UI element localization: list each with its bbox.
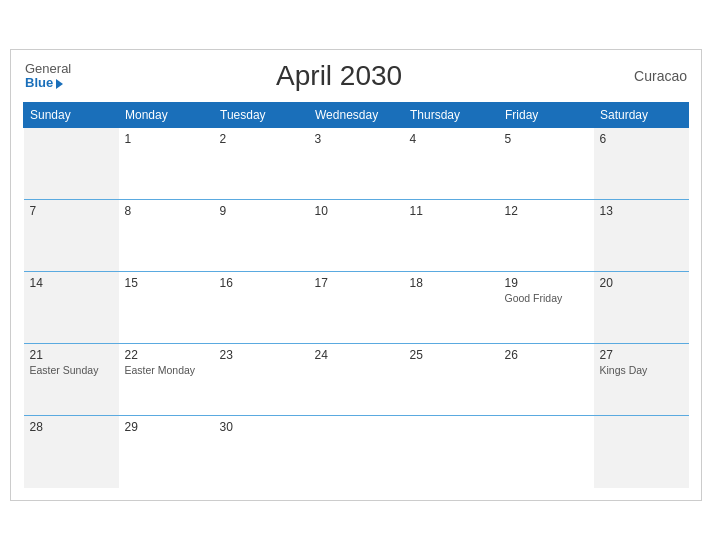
calendar-cell: 11 (404, 200, 499, 272)
calendar-cell: 5 (499, 128, 594, 200)
day-event: Easter Sunday (30, 364, 113, 376)
calendar-cell: 14 (24, 272, 119, 344)
calendar-grid: SundayMondayTuesdayWednesdayThursdayFrid… (23, 102, 689, 488)
calendar-region: Curacao (607, 68, 687, 84)
day-event: Kings Day (600, 364, 683, 376)
calendar-cell (309, 416, 404, 488)
day-number: 23 (220, 348, 303, 362)
calendar-cell: 12 (499, 200, 594, 272)
day-number: 11 (410, 204, 493, 218)
day-number: 28 (30, 420, 113, 434)
day-number: 12 (505, 204, 588, 218)
day-number: 16 (220, 276, 303, 290)
calendar-cell: 7 (24, 200, 119, 272)
day-number: 29 (125, 420, 208, 434)
calendar-cell: 23 (214, 344, 309, 416)
day-number: 5 (505, 132, 588, 146)
calendar-cell: 10 (309, 200, 404, 272)
calendar-cell: 16 (214, 272, 309, 344)
week-row-2: 141516171819Good Friday20 (24, 272, 689, 344)
calendar-cell: 21Easter Sunday (24, 344, 119, 416)
day-number: 24 (315, 348, 398, 362)
week-row-4: 282930 (24, 416, 689, 488)
day-number: 2 (220, 132, 303, 146)
calendar-cell (24, 128, 119, 200)
calendar-cell: 29 (119, 416, 214, 488)
day-number: 6 (600, 132, 683, 146)
calendar-cell: 15 (119, 272, 214, 344)
day-number: 17 (315, 276, 398, 290)
calendar-cell: 20 (594, 272, 689, 344)
calendar-thead: SundayMondayTuesdayWednesdayThursdayFrid… (24, 103, 689, 128)
day-number: 21 (30, 348, 113, 362)
day-number: 7 (30, 204, 113, 218)
calendar-header: General Blue April 2030 Curacao (23, 60, 689, 92)
calendar-cell: 1 (119, 128, 214, 200)
col-header-wednesday: Wednesday (309, 103, 404, 128)
calendar-cell: 3 (309, 128, 404, 200)
calendar-cell: 9 (214, 200, 309, 272)
calendar-cell: 24 (309, 344, 404, 416)
week-row-3: 21Easter Sunday22Easter Monday2324252627… (24, 344, 689, 416)
calendar-header-row: SundayMondayTuesdayWednesdayThursdayFrid… (24, 103, 689, 128)
day-event: Easter Monday (125, 364, 208, 376)
calendar-cell: 30 (214, 416, 309, 488)
calendar-cell (404, 416, 499, 488)
day-number: 25 (410, 348, 493, 362)
calendar-cell (594, 416, 689, 488)
day-number: 20 (600, 276, 683, 290)
calendar-cell: 6 (594, 128, 689, 200)
day-number: 27 (600, 348, 683, 362)
calendar-cell: 8 (119, 200, 214, 272)
day-number: 30 (220, 420, 303, 434)
calendar-title: April 2030 (71, 60, 607, 92)
week-row-0: 123456 (24, 128, 689, 200)
calendar-cell: 2 (214, 128, 309, 200)
calendar-cell (499, 416, 594, 488)
day-event: Good Friday (505, 292, 588, 304)
day-number: 26 (505, 348, 588, 362)
calendar-cell: 4 (404, 128, 499, 200)
day-number: 9 (220, 204, 303, 218)
logo: General Blue (25, 62, 71, 91)
day-number: 4 (410, 132, 493, 146)
day-number: 10 (315, 204, 398, 218)
calendar-cell: 25 (404, 344, 499, 416)
col-header-friday: Friday (499, 103, 594, 128)
calendar-cell: 13 (594, 200, 689, 272)
day-number: 3 (315, 132, 398, 146)
calendar-cell: 28 (24, 416, 119, 488)
col-header-tuesday: Tuesday (214, 103, 309, 128)
day-number: 8 (125, 204, 208, 218)
calendar-tbody: 12345678910111213141516171819Good Friday… (24, 128, 689, 488)
col-header-sunday: Sunday (24, 103, 119, 128)
day-number: 1 (125, 132, 208, 146)
logo-blue-text: Blue (25, 76, 71, 90)
day-number: 14 (30, 276, 113, 290)
day-number: 18 (410, 276, 493, 290)
calendar-cell: 18 (404, 272, 499, 344)
week-row-1: 78910111213 (24, 200, 689, 272)
day-number: 15 (125, 276, 208, 290)
calendar-container: General Blue April 2030 Curacao SundayMo… (10, 49, 702, 501)
calendar-cell: 22Easter Monday (119, 344, 214, 416)
day-number: 19 (505, 276, 588, 290)
logo-general-text: General (25, 62, 71, 76)
calendar-cell: 26 (499, 344, 594, 416)
day-number: 22 (125, 348, 208, 362)
col-header-saturday: Saturday (594, 103, 689, 128)
logo-triangle-icon (56, 79, 63, 89)
calendar-cell: 17 (309, 272, 404, 344)
day-number: 13 (600, 204, 683, 218)
col-header-thursday: Thursday (404, 103, 499, 128)
col-header-monday: Monday (119, 103, 214, 128)
calendar-cell: 19Good Friday (499, 272, 594, 344)
calendar-cell: 27Kings Day (594, 344, 689, 416)
